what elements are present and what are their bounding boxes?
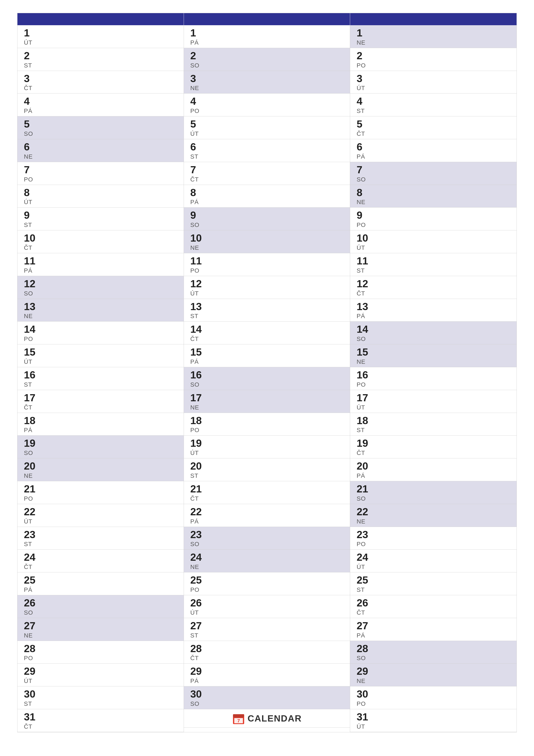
day-row: 23SO — [184, 527, 350, 550]
day-row: 9PO — [350, 207, 517, 230]
day-number: 13 — [191, 301, 343, 312]
day-number: 5 — [191, 119, 343, 130]
day-name: PO — [191, 267, 343, 274]
day-number: 18 — [24, 415, 177, 426]
day-name: ÚT — [191, 130, 343, 137]
day-row: 21PO — [17, 481, 184, 504]
day-name: PÁ — [191, 199, 343, 205]
day-row: 22NE — [350, 504, 517, 527]
day-number: 19 — [191, 438, 343, 449]
day-number: 29 — [357, 666, 510, 677]
day-row: 17ÚT — [350, 390, 517, 413]
day-name: ÚT — [191, 449, 343, 456]
day-row: 19ČT — [350, 436, 517, 458]
day-row: 24ČT — [17, 550, 184, 572]
day-number: 16 — [191, 369, 343, 381]
day-number: 25 — [357, 575, 510, 586]
month-header-dec — [350, 13, 517, 25]
day-row: 9ST — [17, 207, 184, 230]
day-row: 18PÁ — [17, 413, 184, 436]
day-number: 12 — [191, 278, 343, 290]
day-row: 18ST — [350, 413, 517, 436]
day-number: 30 — [357, 688, 510, 700]
day-name: PÁ — [191, 518, 343, 525]
day-row: 31ČT — [17, 709, 184, 732]
day-name: ST — [191, 313, 343, 320]
day-name: ČT — [357, 290, 510, 297]
day-row: 6NE — [17, 139, 184, 162]
calendar-logo-icon: 7 — [232, 712, 245, 725]
day-number: 11 — [357, 256, 510, 267]
day-number: 18 — [357, 415, 510, 426]
calendar-body: 1ÚT2ST3ČT4PÁ5SO6NE7PO8ÚT9ST10ČT11PÁ12SO1… — [17, 25, 517, 732]
day-number: 10 — [191, 232, 343, 244]
day-row: 3ÚT — [350, 71, 517, 94]
logo-text: CALENDAR — [248, 713, 302, 724]
day-name: ÚT — [24, 39, 177, 46]
day-number: 1 — [357, 27, 510, 39]
day-row: 12ÚT — [184, 276, 350, 299]
day-row: 15PÁ — [184, 344, 350, 367]
day-name: ÚT — [191, 290, 343, 297]
day-number: 3 — [24, 73, 177, 85]
day-row: 2PO — [350, 48, 517, 71]
day-name: PÁ — [24, 108, 177, 115]
day-row: 3NE — [184, 71, 350, 94]
day-number: 2 — [24, 50, 177, 62]
day-number: 14 — [24, 324, 177, 335]
day-row: 22PÁ — [184, 504, 350, 527]
day-number: 27 — [357, 620, 510, 632]
day-row: 15ÚT — [17, 344, 184, 367]
day-number: 15 — [191, 346, 343, 358]
day-number: 21 — [357, 483, 510, 495]
day-number: 19 — [357, 438, 510, 449]
day-name: ÚT — [357, 85, 510, 92]
day-name: NE — [357, 678, 510, 685]
day-name: ČT — [24, 723, 177, 730]
day-name: ČT — [357, 130, 510, 137]
day-name: ST — [191, 153, 343, 160]
day-row: 13NE — [17, 299, 184, 322]
day-name: PÁ — [357, 632, 510, 639]
day-number: 1 — [191, 27, 343, 39]
day-number: 20 — [357, 461, 510, 472]
day-number: 31 — [357, 712, 510, 723]
day-name: PÁ — [357, 153, 510, 160]
day-name: NE — [191, 85, 343, 92]
day-name: PO — [191, 586, 343, 593]
day-number: 27 — [191, 620, 343, 632]
day-name: ST — [357, 108, 510, 115]
day-number: 30 — [24, 688, 177, 700]
day-name: ST — [24, 381, 177, 388]
day-name: SO — [191, 381, 343, 388]
day-row: 10ÚT — [350, 230, 517, 253]
day-name: ČT — [191, 176, 343, 183]
day-number: 8 — [191, 187, 343, 199]
day-row: 13PÁ — [350, 299, 517, 322]
day-name: PO — [357, 62, 510, 69]
month-header-nov — [184, 13, 350, 25]
day-row: 17NE — [184, 390, 350, 413]
day-row: 16SO — [184, 367, 350, 390]
day-number: 3 — [191, 73, 343, 85]
day-number: 23 — [357, 529, 510, 540]
day-row: 21ČT — [184, 481, 350, 504]
day-number: 24 — [24, 552, 177, 563]
day-number: 15 — [24, 346, 177, 358]
day-row: 19ÚT — [184, 436, 350, 458]
day-name: ÚT — [24, 199, 177, 205]
day-row: 3ČT — [17, 71, 184, 94]
day-row: 13ST — [184, 299, 350, 322]
day-row: 10NE — [184, 230, 350, 253]
day-number: 25 — [24, 575, 177, 586]
day-name: SO — [357, 495, 510, 502]
day-name: PO — [191, 427, 343, 434]
day-name: NE — [191, 404, 343, 411]
logo-wrapper: 7CALENDAR — [232, 712, 302, 725]
day-number: 1 — [24, 27, 177, 39]
day-row: 27PÁ — [350, 618, 517, 641]
day-number: 28 — [191, 643, 343, 655]
day-name: ÚT — [357, 244, 510, 251]
day-number: 20 — [191, 461, 343, 472]
day-row: 24NE — [184, 550, 350, 572]
